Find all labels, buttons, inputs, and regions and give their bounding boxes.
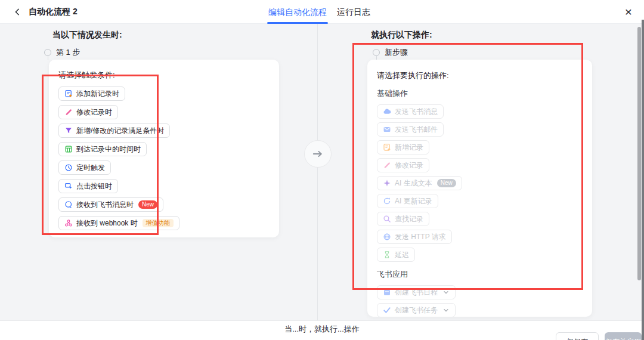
trigger-column-heading: 当以下情况发生时: [52, 30, 122, 41]
step-connector-line [48, 55, 48, 60]
globe-icon [383, 233, 391, 241]
button-label: 修改记录时 [76, 107, 112, 118]
button-label: 接收到飞书消息时 [76, 200, 134, 210]
action-button[interactable]: 修改记录 [377, 158, 429, 172]
tab-log-label: 运行日志 [337, 7, 370, 17]
action-sections: 基础操作发送飞书消息发送飞书邮件新增记录修改记录AI 生成文本NewAI 更新记… [377, 88, 583, 317]
button-label: 点击按钮时 [76, 181, 112, 191]
badge-gray: New [437, 179, 456, 187]
editor-canvas: 当以下情况发生时: 第 1 步 请选择触发条件: 添加新记录时修改记录时新增/修… [0, 24, 644, 320]
record-add-icon [383, 143, 391, 152]
hourglass-icon [383, 251, 391, 259]
action-button[interactable]: 创建飞书任务 [377, 303, 456, 317]
vertical-scrollbar[interactable] [637, 27, 641, 280]
tab-run-log[interactable]: 运行日志 [337, 0, 370, 24]
action-section-title: 基础操作 [377, 88, 583, 99]
trigger-button[interactable]: 新增/修改的记录满足条件时 [58, 123, 170, 138]
button-label: 定时触发 [76, 163, 105, 173]
action-button[interactable]: 新增记录 [377, 140, 429, 154]
pencil-icon [64, 108, 73, 116]
record-add-icon [64, 89, 73, 98]
flow-summary-text: 当...时，就执行...操作 [0, 324, 644, 335]
button-label: 创建飞书日程 [395, 288, 438, 298]
button-label: 修改记录 [395, 160, 423, 171]
page-title: 自动化流程 2 [29, 7, 78, 17]
button-label: 创建飞书任务 [395, 305, 438, 316]
trigger-button[interactable]: 定时触发 [58, 160, 111, 175]
action-button[interactable]: AI 更新记录 [377, 194, 438, 208]
trigger-button[interactable]: 接收到 webhook 时增值功能 [58, 216, 179, 230]
arrow-right-icon [312, 150, 323, 158]
column-divider [317, 24, 318, 320]
trigger-button[interactable]: 修改记录时 [58, 105, 118, 119]
back-button[interactable] [11, 5, 24, 18]
step-label: 第 1 步 [56, 47, 80, 58]
button-label: AI 更新记录 [395, 196, 432, 206]
save-and-enable-button[interactable]: 保存并启用 [605, 332, 642, 340]
cloud-icon [383, 107, 391, 116]
save-only-button[interactable]: 仅保存 [556, 332, 599, 340]
action-button[interactable]: 创建飞书日程 [377, 285, 456, 299]
mail-icon [383, 125, 391, 134]
action-button[interactable]: 延迟 [377, 248, 415, 262]
button-label: 到达记录中的时间时 [76, 144, 141, 154]
top-bar: 自动化流程 2 编辑自动化流程 运行日志 × [0, 0, 644, 24]
action-section-title: 飞书应用 [377, 269, 583, 280]
sparkle-icon [383, 179, 391, 187]
button-label: AI 生成文本 [395, 178, 432, 188]
chevron-down-icon [442, 289, 450, 296]
action-button[interactable]: 发送飞书邮件 [377, 122, 444, 137]
trigger-button[interactable]: 点击按钮时 [58, 179, 118, 193]
refresh-icon [383, 197, 391, 205]
webhook-icon [64, 219, 73, 227]
action-button[interactable]: AI 生成文本New [377, 176, 462, 190]
cursor-click-icon [64, 182, 73, 190]
badge-orange: 增值功能 [143, 219, 174, 227]
action-button[interactable]: 发送 HTTP 请求 [377, 230, 452, 244]
badge-red: New [138, 200, 157, 209]
action-card: 请选择要执行的操作: 基础操作发送飞书消息发送飞书邮件新增记录修改记录AI 生成… [367, 60, 592, 317]
button-label: 发送飞书消息 [395, 107, 438, 117]
calendar-icon [383, 288, 391, 296]
search-icon [383, 215, 391, 223]
chevron-left-icon [13, 8, 21, 16]
check-icon [383, 306, 391, 314]
chevron-down-icon [442, 307, 450, 314]
active-tab-underline [267, 22, 328, 24]
button-label: 查找记录 [395, 214, 423, 224]
button-label: 发送飞书邮件 [395, 125, 438, 135]
trigger-button[interactable]: 接收到飞书消息时New [58, 197, 163, 212]
new-step-radio-row[interactable]: 新步骤 [373, 47, 408, 58]
footer-bar: 当...时，就执行...操作 仅保存 保存并启用 [0, 320, 644, 340]
calendar-grid-icon [64, 145, 73, 153]
close-icon[interactable]: × [620, 4, 637, 20]
button-label: 延迟 [395, 250, 409, 260]
trigger-list: 添加新记录时修改记录时新增/修改的记录满足条件时到达记录中的时间时定时触发点击按… [58, 86, 270, 230]
trigger-card-title: 请选择触发条件: [58, 70, 270, 81]
action-column-heading: 就执行以下操作: [371, 30, 432, 41]
clock-icon [64, 163, 73, 172]
button-label: 新增记录 [395, 143, 423, 153]
button-label: 接收到 webhook 时 [76, 218, 138, 228]
button-label: 新增/修改的记录满足条件时 [76, 126, 164, 136]
trigger-button[interactable]: 添加新记录时 [58, 86, 125, 101]
chat-icon [64, 200, 73, 209]
tab-edit-automation[interactable]: 编辑自动化流程 [268, 0, 327, 24]
step-label: 新步骤 [385, 47, 408, 58]
tab-edit-label: 编辑自动化流程 [268, 7, 327, 17]
trigger-button[interactable]: 到达记录中的时间时 [58, 142, 147, 156]
button-label: 发送 HTTP 请求 [395, 232, 446, 242]
action-button[interactable]: 发送飞书消息 [377, 104, 444, 119]
step-1-radio-row[interactable]: 第 1 步 [44, 47, 80, 58]
action-button[interactable]: 查找记录 [377, 212, 429, 226]
trigger-card: 请选择触发条件: 添加新记录时修改记录时新增/修改的记录满足条件时到达记录中的时… [49, 60, 279, 237]
pencil-icon [383, 161, 391, 169]
window-edge [642, 20, 644, 340]
funnel-icon [64, 126, 73, 135]
flow-arrow-button [304, 140, 332, 168]
button-label: 添加新记录时 [76, 89, 119, 99]
action-card-title: 请选择要执行的操作: [377, 70, 583, 81]
